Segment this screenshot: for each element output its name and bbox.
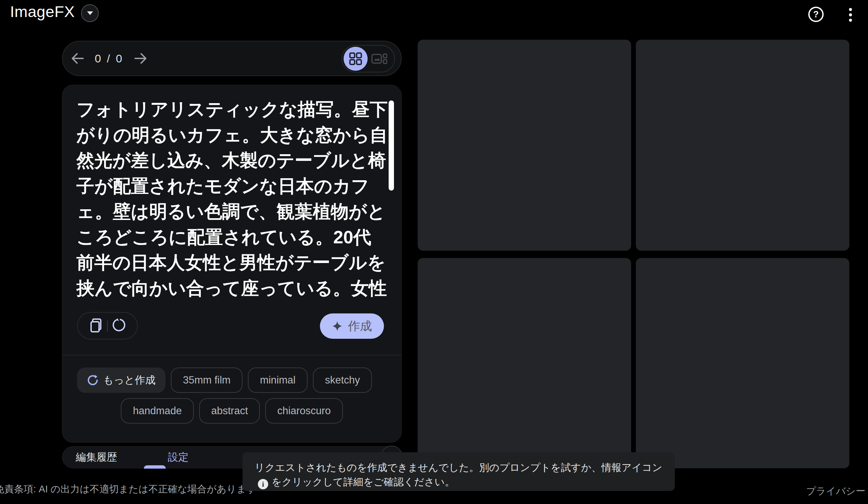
copy-prompt-button[interactable] <box>85 315 107 337</box>
chevron-down-icon <box>87 11 93 15</box>
chip-row: もっと作成 35mm film minimal sketchy <box>62 367 401 393</box>
style-chip[interactable]: handmade <box>121 398 194 424</box>
info-icon[interactable]: i <box>258 479 268 489</box>
image-placeholder[interactable] <box>418 40 631 251</box>
grid-view-button[interactable] <box>344 47 368 71</box>
style-chip[interactable]: 35mm film <box>171 367 242 393</box>
style-chip[interactable]: abstract <box>199 398 260 424</box>
prompt-actions-row: 作成 <box>62 312 401 340</box>
next-result-button[interactable] <box>132 49 150 68</box>
create-button-label: 作成 <box>348 318 372 334</box>
image-placeholder[interactable] <box>418 258 631 468</box>
svg-text:?: ? <box>813 9 819 19</box>
app-title: ImageFX <box>10 1 75 22</box>
arrow-left-icon <box>70 52 84 64</box>
grid-view-icon <box>349 52 363 66</box>
generate-more-label: もっと作成 <box>103 373 155 387</box>
prompt-tools-group <box>77 312 138 340</box>
divider <box>62 355 401 355</box>
ai-disclaimer: 免責条項: AI の出力は不適切または不正確な場合があります <box>0 483 256 496</box>
style-chip[interactable]: sketchy <box>313 367 372 393</box>
sparkle-icon <box>332 321 343 331</box>
redo-icon <box>111 319 126 333</box>
generate-more-chip[interactable]: もっと作成 <box>77 367 165 393</box>
copy-icon <box>90 319 103 333</box>
style-chip[interactable]: chiaroscuro <box>265 398 343 424</box>
selected-tab-indicator <box>144 465 166 468</box>
error-toast: リクエストされたものを作成できませんでした。別のプロンプトを試すか、情報アイコン… <box>242 452 675 491</box>
previous-result-button[interactable] <box>68 49 87 68</box>
kebab-dot <box>849 8 852 11</box>
single-view-button[interactable] <box>368 47 391 71</box>
kebab-dot <box>849 19 852 22</box>
result-counter: 0 / 0 <box>95 52 123 65</box>
tab-settings[interactable]: 設定 <box>168 450 188 464</box>
help-button[interactable]: ? <box>808 6 824 23</box>
regenerate-prompt-button[interactable] <box>108 315 130 337</box>
kebab-dot <box>849 13 852 16</box>
result-navigation-bar: 0 / 0 <box>62 41 402 76</box>
create-button[interactable]: 作成 <box>320 313 384 339</box>
toast-text-before: リクエストされたものを作成できませんでした。別のプロンプトを試すか、情報アイコン <box>255 462 662 473</box>
view-mode-toggle <box>342 45 395 72</box>
single-view-icon <box>371 52 387 65</box>
prompt-input[interactable]: フォトリアリスティックな描写。昼下 がりの明るいカフェ。大きな窓から自 然光が差… <box>76 97 391 301</box>
privacy-link[interactable]: プライバシー <box>806 485 865 498</box>
tab-edit-history[interactable]: 編集履歴 <box>76 450 117 464</box>
refresh-icon <box>87 374 99 386</box>
image-placeholder[interactable] <box>636 258 849 468</box>
chip-row: handmade abstract chiaroscuro <box>62 398 401 424</box>
arrow-right-icon <box>134 52 148 64</box>
style-chip[interactable]: minimal <box>248 367 308 393</box>
prompt-scrollbar-thumb[interactable] <box>389 100 394 191</box>
help-icon: ? <box>808 6 824 23</box>
image-placeholder[interactable] <box>636 40 849 251</box>
prompt-card: フォトリアリスティックな描写。昼下 がりの明るいカフェ。大きな窓から自 然光が差… <box>62 85 402 443</box>
app-switcher-button[interactable] <box>81 4 99 22</box>
toast-text-after: をクリックして詳細をご確認ください。 <box>271 476 455 487</box>
overflow-menu-button[interactable] <box>846 5 855 24</box>
